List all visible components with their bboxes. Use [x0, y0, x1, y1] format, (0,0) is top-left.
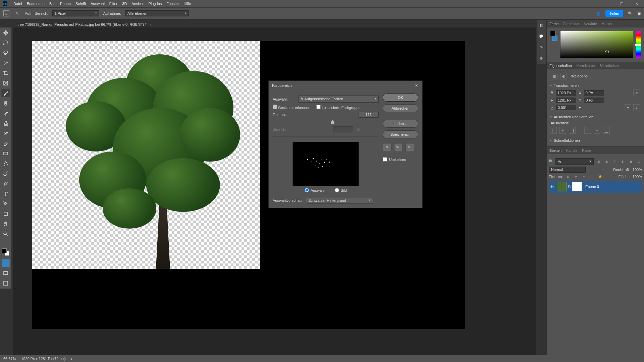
select-dropdown[interactable]: ✎ Aufgenommene Farben [298, 96, 379, 103]
filter-search-icon[interactable]: 🔍 [549, 159, 553, 164]
maximize-icon[interactable]: ☐ [614, 0, 629, 7]
move-tool[interactable] [1, 29, 10, 37]
color-field[interactable] [560, 31, 633, 58]
ok-button[interactable]: OK [383, 94, 418, 102]
dodge-tool[interactable] [1, 170, 10, 178]
save-button[interactable]: Speichern… [383, 130, 418, 138]
local-clusters-checkbox[interactable]: Lokalisierte Farbgruppen [316, 105, 363, 110]
fgbg-mini-swatch[interactable] [550, 31, 557, 41]
menu-item[interactable]: Ansicht [131, 2, 144, 6]
filter-smart-icon[interactable]: ▣ [628, 159, 634, 164]
lock-artboard-icon[interactable]: ◫ [589, 174, 595, 179]
blur-tool[interactable] [1, 160, 10, 168]
align-vcenter-icon[interactable]: ┼ [594, 127, 600, 134]
preview-mode-dropdown[interactable]: Schwarzer Hintergrund [306, 197, 373, 204]
minimize-icon[interactable]: — [600, 0, 614, 7]
eyedropper-tool[interactable] [1, 89, 10, 97]
collapsed-panel-icon[interactable]: ✎ [538, 45, 544, 50]
filter-toggle-icon[interactable]: ⊘ [636, 159, 642, 164]
menu-item[interactable]: Schrift [75, 2, 86, 6]
type-tool[interactable] [1, 190, 10, 198]
eyedropper-sub-icon[interactable]: ✎₋ [406, 143, 414, 151]
lasso-tool[interactable] [1, 49, 10, 57]
status-arrow-icon[interactable]: › [71, 357, 72, 361]
sample-layers-dropdown[interactable]: Alle Ebenen [125, 10, 189, 16]
filter-type-dropdown[interactable]: Art▾ [555, 158, 594, 165]
search-icon[interactable]: 🔍 [628, 11, 633, 16]
share-button[interactable]: Teilen [605, 10, 623, 17]
gradient-tool[interactable] [1, 149, 10, 158]
sample-size-dropdown[interactable]: 1 Pixel [52, 10, 99, 16]
brush-tool[interactable] [1, 109, 10, 117]
align-right-icon[interactable]: ▕ [569, 127, 576, 134]
blend-mode-dropdown[interactable]: Normal [549, 167, 586, 173]
document-tab[interactable]: tree-7186835_Ramon Perucho auf Pixabay.j… [14, 21, 155, 27]
opacity-value[interactable]: 100% [633, 168, 642, 172]
layer-row[interactable]: 👁 ⎘ Ebene 0 [549, 181, 642, 193]
menu-item[interactable]: Plug-ins [148, 2, 162, 6]
path-tool[interactable] [1, 200, 10, 208]
home-icon[interactable]: ⌂ [3, 10, 9, 16]
filter-pixel-icon[interactable]: ▦ [596, 159, 602, 164]
section-transform[interactable]: Transformieren [549, 82, 641, 89]
hue-slider[interactable] [636, 31, 641, 58]
menu-item[interactable]: Fenster [166, 2, 179, 6]
tab-layers[interactable]: Ebenen [549, 148, 561, 153]
tab-properties[interactable]: Eigenschaften [549, 64, 572, 68]
menu-item[interactable]: Bearbeiten [27, 2, 45, 6]
close-icon[interactable]: ✕ [629, 0, 644, 7]
radio-image[interactable]: Bild [335, 188, 347, 192]
lock-pos-icon[interactable]: ✥ [573, 174, 579, 179]
fill-value[interactable]: 100% [633, 175, 642, 179]
cloud-icon[interactable]: 👤 [596, 11, 601, 16]
flip-v-icon[interactable]: ⇵ [633, 104, 640, 111]
menu-item[interactable]: Filter [109, 2, 117, 6]
dialog-close-icon[interactable]: ✕ [414, 83, 419, 88]
layer-name[interactable]: Ebene 0 [585, 185, 599, 189]
align-left-icon[interactable]: ▏ [550, 127, 557, 134]
close-tab-icon[interactable]: × [150, 22, 152, 26]
shape-tool[interactable] [1, 210, 10, 218]
workspace-icon[interactable]: ▣ [637, 11, 641, 16]
section-quick[interactable]: Schnellaktionen [549, 137, 641, 144]
radio-selection[interactable]: Auswahl [305, 188, 325, 192]
screenmode2-tool[interactable] [1, 279, 10, 287]
link-wh-icon[interactable]: ⇵ [633, 89, 640, 96]
align-bottom-icon[interactable]: ▁ [603, 127, 610, 134]
load-button[interactable]: Laden… [383, 120, 418, 128]
collapsed-panel-icon[interactable]: ◧ [538, 23, 544, 28]
invert-checkbox[interactable]: Umkehren [383, 157, 418, 162]
flip-h-icon[interactable]: ⇋ [625, 104, 631, 111]
menu-item[interactable]: Auswahl [91, 2, 105, 6]
y-field[interactable] [584, 98, 604, 103]
tab-color[interactable]: Farbe [549, 22, 558, 26]
tolerance-field[interactable] [359, 112, 379, 118]
tolerance-slider[interactable] [273, 120, 379, 124]
collapsed-panel-icon[interactable]: 💬 [538, 34, 544, 39]
collapsed-panel-icon[interactable]: ⚙ [538, 56, 544, 61]
height-field[interactable] [556, 98, 576, 103]
healing-tool[interactable] [1, 99, 10, 107]
zoom-value[interactable]: 66.67% [3, 357, 16, 361]
lock-icon[interactable]: 🔒 [597, 174, 603, 179]
marquee-tool[interactable] [1, 39, 10, 47]
align-hcenter-icon[interactable]: ┼ [559, 127, 566, 134]
menu-item[interactable]: Hilfe [183, 2, 191, 6]
cancel-button[interactable]: Abbrechen [383, 104, 418, 112]
stamp-tool[interactable] [1, 119, 10, 127]
eraser-tool[interactable] [1, 139, 10, 147]
lock-pixels-icon[interactable]: + [581, 174, 587, 179]
quickmask-swatch[interactable] [2, 259, 10, 267]
eyedropper-icon[interactable]: ✎ [383, 143, 391, 151]
x-field[interactable] [584, 90, 604, 96]
eyedropper-add-icon[interactable]: ✎₊ [394, 143, 403, 151]
tab-channels[interactable]: Kanäle [566, 148, 577, 153]
history-brush-tool[interactable] [1, 129, 10, 137]
filter-adjust-icon[interactable]: ◐ [604, 159, 610, 164]
filter-type-icon[interactable]: T [612, 159, 618, 164]
pen-tool[interactable] [1, 180, 10, 188]
tab-swatches[interactable]: Farbfelder [563, 22, 579, 26]
mask-thumbnail[interactable] [572, 182, 582, 191]
tab-adjustments[interactable]: Korrekturen [577, 64, 595, 68]
color-swatches[interactable] [2, 248, 9, 256]
